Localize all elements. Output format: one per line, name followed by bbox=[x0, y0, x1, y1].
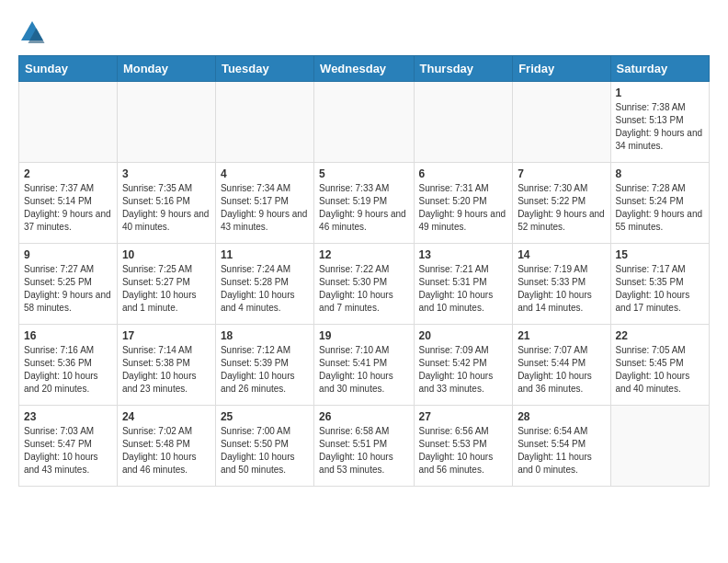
day-info: Sunrise: 7:09 AM Sunset: 5:42 PM Dayligh… bbox=[419, 344, 508, 396]
calendar-week-row: 9Sunrise: 7:27 AM Sunset: 5:25 PM Daylig… bbox=[19, 244, 710, 325]
calendar-cell: 6Sunrise: 7:31 AM Sunset: 5:20 PM Daylig… bbox=[414, 163, 513, 244]
day-number: 15 bbox=[616, 248, 704, 261]
calendar-table: SundayMondayTuesdayWednesdayThursdayFrid… bbox=[18, 55, 710, 487]
day-info: Sunrise: 7:35 AM Sunset: 5:16 PM Dayligh… bbox=[122, 182, 210, 234]
day-info: Sunrise: 7:00 AM Sunset: 5:50 PM Dayligh… bbox=[221, 425, 309, 477]
calendar-cell: 9Sunrise: 7:27 AM Sunset: 5:25 PM Daylig… bbox=[19, 244, 118, 325]
day-info: Sunrise: 7:02 AM Sunset: 5:48 PM Dayligh… bbox=[122, 425, 210, 477]
day-info: Sunrise: 7:25 AM Sunset: 5:27 PM Dayligh… bbox=[122, 263, 210, 315]
calendar-cell: 1Sunrise: 7:38 AM Sunset: 5:13 PM Daylig… bbox=[610, 82, 709, 163]
day-info: Sunrise: 7:21 AM Sunset: 5:31 PM Dayligh… bbox=[419, 263, 508, 315]
day-number: 26 bbox=[319, 410, 408, 423]
day-number: 5 bbox=[319, 167, 408, 180]
calendar-cell: 28Sunrise: 6:54 AM Sunset: 5:54 PM Dayli… bbox=[513, 406, 610, 487]
calendar-cell: 22Sunrise: 7:05 AM Sunset: 5:45 PM Dayli… bbox=[610, 325, 709, 406]
calendar-cell: 13Sunrise: 7:21 AM Sunset: 5:31 PM Dayli… bbox=[414, 244, 513, 325]
calendar-cell bbox=[513, 82, 610, 163]
day-info: Sunrise: 7:19 AM Sunset: 5:33 PM Dayligh… bbox=[518, 263, 605, 315]
calendar-cell: 17Sunrise: 7:14 AM Sunset: 5:38 PM Dayli… bbox=[117, 325, 215, 406]
day-number: 16 bbox=[24, 329, 112, 342]
weekday-header-tuesday: Tuesday bbox=[215, 56, 313, 82]
calendar-week-row: 2Sunrise: 7:37 AM Sunset: 5:14 PM Daylig… bbox=[19, 163, 710, 244]
calendar-cell: 26Sunrise: 6:58 AM Sunset: 5:51 PM Dayli… bbox=[314, 406, 414, 487]
day-info: Sunrise: 7:37 AM Sunset: 5:14 PM Dayligh… bbox=[24, 182, 112, 234]
day-number: 25 bbox=[221, 410, 309, 423]
day-info: Sunrise: 7:27 AM Sunset: 5:25 PM Dayligh… bbox=[24, 263, 112, 315]
day-number: 3 bbox=[122, 167, 210, 180]
day-info: Sunrise: 7:31 AM Sunset: 5:20 PM Dayligh… bbox=[419, 182, 508, 234]
calendar-cell: 2Sunrise: 7:37 AM Sunset: 5:14 PM Daylig… bbox=[19, 163, 118, 244]
day-number: 7 bbox=[518, 167, 605, 180]
day-info: Sunrise: 7:24 AM Sunset: 5:28 PM Dayligh… bbox=[221, 263, 309, 315]
day-info: Sunrise: 7:16 AM Sunset: 5:36 PM Dayligh… bbox=[24, 344, 112, 396]
day-info: Sunrise: 6:56 AM Sunset: 5:53 PM Dayligh… bbox=[419, 425, 508, 477]
calendar-cell: 10Sunrise: 7:25 AM Sunset: 5:27 PM Dayli… bbox=[117, 244, 215, 325]
day-number: 6 bbox=[419, 167, 508, 180]
day-info: Sunrise: 7:22 AM Sunset: 5:30 PM Dayligh… bbox=[319, 263, 408, 315]
day-number: 23 bbox=[24, 410, 112, 423]
day-number: 28 bbox=[518, 410, 605, 423]
day-number: 10 bbox=[122, 248, 210, 261]
day-info: Sunrise: 7:05 AM Sunset: 5:45 PM Dayligh… bbox=[616, 344, 704, 396]
calendar-cell: 19Sunrise: 7:10 AM Sunset: 5:41 PM Dayli… bbox=[314, 325, 414, 406]
day-number: 8 bbox=[616, 167, 704, 180]
day-number: 17 bbox=[122, 329, 210, 342]
calendar-cell: 8Sunrise: 7:28 AM Sunset: 5:24 PM Daylig… bbox=[610, 163, 709, 244]
weekday-header-sunday: Sunday bbox=[19, 56, 118, 82]
day-number: 14 bbox=[518, 248, 605, 261]
calendar-cell: 5Sunrise: 7:33 AM Sunset: 5:19 PM Daylig… bbox=[314, 163, 414, 244]
calendar-cell: 18Sunrise: 7:12 AM Sunset: 5:39 PM Dayli… bbox=[215, 325, 313, 406]
day-number: 9 bbox=[24, 248, 112, 261]
day-info: Sunrise: 7:17 AM Sunset: 5:35 PM Dayligh… bbox=[616, 263, 704, 315]
day-info: Sunrise: 7:14 AM Sunset: 5:38 PM Dayligh… bbox=[122, 344, 210, 396]
logo bbox=[18, 18, 50, 46]
weekday-header-wednesday: Wednesday bbox=[314, 56, 414, 82]
weekday-header-saturday: Saturday bbox=[610, 56, 709, 82]
page-header bbox=[18, 18, 710, 46]
day-info: Sunrise: 7:38 AM Sunset: 5:13 PM Dayligh… bbox=[616, 101, 704, 153]
day-number: 11 bbox=[221, 248, 309, 261]
day-info: Sunrise: 7:07 AM Sunset: 5:44 PM Dayligh… bbox=[518, 344, 605, 396]
calendar-cell: 14Sunrise: 7:19 AM Sunset: 5:33 PM Dayli… bbox=[513, 244, 610, 325]
day-info: Sunrise: 7:33 AM Sunset: 5:19 PM Dayligh… bbox=[319, 182, 408, 234]
day-info: Sunrise: 7:12 AM Sunset: 5:39 PM Dayligh… bbox=[221, 344, 309, 396]
day-number: 27 bbox=[419, 410, 508, 423]
weekday-header-row: SundayMondayTuesdayWednesdayThursdayFrid… bbox=[19, 56, 710, 82]
day-info: Sunrise: 6:58 AM Sunset: 5:51 PM Dayligh… bbox=[319, 425, 408, 477]
calendar-cell: 24Sunrise: 7:02 AM Sunset: 5:48 PM Dayli… bbox=[117, 406, 215, 487]
day-number: 20 bbox=[419, 329, 508, 342]
calendar-cell: 12Sunrise: 7:22 AM Sunset: 5:30 PM Dayli… bbox=[314, 244, 414, 325]
calendar-cell: 25Sunrise: 7:00 AM Sunset: 5:50 PM Dayli… bbox=[215, 406, 313, 487]
day-number: 24 bbox=[122, 410, 210, 423]
calendar-week-row: 1Sunrise: 7:38 AM Sunset: 5:13 PM Daylig… bbox=[19, 82, 710, 163]
calendar-cell: 3Sunrise: 7:35 AM Sunset: 5:16 PM Daylig… bbox=[117, 163, 215, 244]
calendar-cell bbox=[117, 82, 215, 163]
calendar-cell: 4Sunrise: 7:34 AM Sunset: 5:17 PM Daylig… bbox=[215, 163, 313, 244]
calendar-cell: 15Sunrise: 7:17 AM Sunset: 5:35 PM Dayli… bbox=[610, 244, 709, 325]
day-info: Sunrise: 6:54 AM Sunset: 5:54 PM Dayligh… bbox=[518, 425, 605, 477]
day-info: Sunrise: 7:28 AM Sunset: 5:24 PM Dayligh… bbox=[616, 182, 704, 234]
calendar-cell: 21Sunrise: 7:07 AM Sunset: 5:44 PM Dayli… bbox=[513, 325, 610, 406]
calendar-cell bbox=[215, 82, 313, 163]
day-number: 19 bbox=[319, 329, 408, 342]
day-number: 21 bbox=[518, 329, 605, 342]
calendar-cell: 7Sunrise: 7:30 AM Sunset: 5:22 PM Daylig… bbox=[513, 163, 610, 244]
day-number: 4 bbox=[221, 167, 309, 180]
day-number: 22 bbox=[616, 329, 704, 342]
day-info: Sunrise: 7:03 AM Sunset: 5:47 PM Dayligh… bbox=[24, 425, 112, 477]
weekday-header-thursday: Thursday bbox=[414, 56, 513, 82]
calendar-cell: 27Sunrise: 6:56 AM Sunset: 5:53 PM Dayli… bbox=[414, 406, 513, 487]
day-number: 2 bbox=[24, 167, 112, 180]
calendar-cell bbox=[314, 82, 414, 163]
day-info: Sunrise: 7:30 AM Sunset: 5:22 PM Dayligh… bbox=[518, 182, 605, 234]
calendar-cell: 11Sunrise: 7:24 AM Sunset: 5:28 PM Dayli… bbox=[215, 244, 313, 325]
calendar-cell: 16Sunrise: 7:16 AM Sunset: 5:36 PM Dayli… bbox=[19, 325, 118, 406]
calendar-cell bbox=[19, 82, 118, 163]
calendar-cell bbox=[414, 82, 513, 163]
day-number: 1 bbox=[616, 86, 704, 99]
weekday-header-friday: Friday bbox=[513, 56, 610, 82]
calendar-cell bbox=[610, 406, 709, 487]
calendar-week-row: 16Sunrise: 7:16 AM Sunset: 5:36 PM Dayli… bbox=[19, 325, 710, 406]
day-number: 18 bbox=[221, 329, 309, 342]
calendar-week-row: 23Sunrise: 7:03 AM Sunset: 5:47 PM Dayli… bbox=[19, 406, 710, 487]
